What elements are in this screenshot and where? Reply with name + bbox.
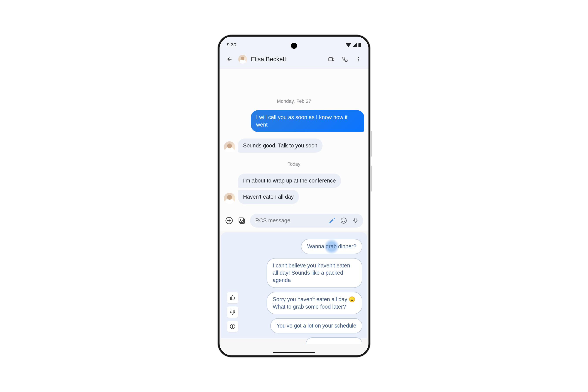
contact-name[interactable]: Elisa Beckett bbox=[251, 56, 323, 63]
phone-icon bbox=[342, 56, 348, 62]
svg-rect-13 bbox=[355, 218, 356, 221]
svg-point-4 bbox=[358, 59, 359, 60]
magic-compose-button[interactable] bbox=[328, 216, 336, 225]
suggestion-chip-partial[interactable] bbox=[306, 337, 362, 344]
info-icon bbox=[230, 324, 236, 329]
message-bubble[interactable]: I'm about to wrap up at the conference bbox=[238, 174, 341, 188]
svg-rect-2 bbox=[329, 58, 333, 61]
svg-point-15 bbox=[232, 325, 233, 326]
sender-avatar[interactable] bbox=[224, 193, 235, 204]
compose-bar bbox=[220, 212, 368, 231]
message-bubble[interactable]: Haven't eaten all day bbox=[238, 190, 299, 204]
date-separator: Today bbox=[224, 161, 364, 167]
message-input[interactable] bbox=[255, 217, 324, 224]
video-icon bbox=[328, 56, 335, 62]
emoji-icon bbox=[340, 217, 347, 224]
message-received-group: I'm about to wrap up at the conference H… bbox=[224, 174, 364, 204]
home-indicator[interactable] bbox=[273, 352, 315, 353]
back-button[interactable] bbox=[225, 54, 234, 64]
signal-icon bbox=[352, 43, 357, 47]
compose-pill bbox=[250, 214, 363, 228]
conversation-scroll[interactable]: Monday, Feb 27 I will call you as soon a… bbox=[220, 69, 368, 212]
thumbs-up-button[interactable] bbox=[227, 292, 238, 303]
more-vertical-icon bbox=[356, 56, 361, 62]
camera-hole bbox=[291, 43, 297, 49]
magic-compose-panel: Wanna grab dinner? I can't believe you h… bbox=[221, 232, 367, 338]
svg-rect-1 bbox=[359, 43, 360, 43]
suggestion-list: Wanna grab dinner? I can't believe you h… bbox=[226, 239, 362, 333]
phone-frame: 9:30 Elisa Beckett Monday, Feb 27 I will… bbox=[218, 35, 370, 357]
status-icons bbox=[346, 43, 361, 47]
more-options-button[interactable] bbox=[354, 54, 363, 64]
video-call-button[interactable] bbox=[327, 54, 336, 64]
svg-rect-8 bbox=[239, 218, 244, 222]
suggestion-chip[interactable]: You've got a lot on your schedule bbox=[270, 318, 362, 334]
sender-avatar[interactable] bbox=[224, 141, 235, 153]
voice-message-button[interactable] bbox=[351, 216, 360, 225]
thumbs-down-button[interactable] bbox=[227, 306, 238, 318]
sparkle-pen-icon bbox=[328, 217, 336, 224]
date-separator: Monday, Feb 27 bbox=[224, 98, 364, 104]
gallery-icon bbox=[238, 217, 246, 224]
svg-point-5 bbox=[358, 60, 359, 61]
emoji-button[interactable] bbox=[339, 216, 348, 225]
svg-rect-0 bbox=[358, 43, 361, 47]
svg-point-10 bbox=[341, 218, 346, 223]
svg-point-12 bbox=[344, 220, 345, 220]
plus-circle-icon bbox=[225, 217, 233, 224]
suggestion-chip[interactable]: Sorry you haven't eaten all day 😟 What t… bbox=[266, 292, 362, 314]
feedback-column bbox=[227, 292, 238, 332]
message-received: Sounds good. Talk to you soon bbox=[224, 138, 364, 153]
suggestion-chip[interactable]: I can't believe you haven't eaten all da… bbox=[266, 258, 362, 288]
arrow-left-icon bbox=[226, 56, 232, 62]
svg-point-11 bbox=[342, 220, 343, 220]
message-sent: I will call you as soon as I know how it… bbox=[224, 110, 364, 132]
info-button[interactable] bbox=[227, 321, 238, 332]
status-time: 9:30 bbox=[227, 42, 236, 48]
wifi-icon bbox=[346, 43, 351, 47]
battery-icon bbox=[358, 43, 361, 47]
svg-point-9 bbox=[240, 219, 241, 220]
suggestion-chip[interactable]: Wanna grab dinner? bbox=[301, 239, 362, 254]
svg-point-3 bbox=[358, 57, 359, 58]
thumbs-up-icon bbox=[230, 295, 236, 300]
message-bubble[interactable]: Sounds good. Talk to you soon bbox=[238, 138, 322, 153]
add-attachment-button[interactable] bbox=[225, 216, 234, 225]
volume-button[interactable] bbox=[370, 131, 372, 157]
message-bubble[interactable]: I will call you as soon as I know how it… bbox=[251, 110, 364, 132]
power-button[interactable] bbox=[370, 166, 372, 192]
microphone-icon bbox=[352, 218, 358, 224]
contact-avatar[interactable] bbox=[238, 55, 247, 64]
voice-call-button[interactable] bbox=[340, 54, 350, 64]
gallery-button[interactable] bbox=[238, 216, 246, 225]
conversation-header: Elisa Beckett bbox=[220, 50, 368, 69]
thumbs-down-icon bbox=[230, 309, 236, 315]
